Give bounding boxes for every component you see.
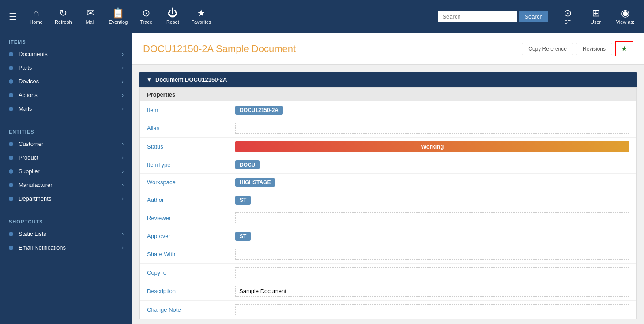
- property-row-item: Item DOCU12150-2A: [140, 101, 636, 119]
- sidebar-item-label: Product: [19, 154, 122, 161]
- chevron-right-icon: ›: [122, 168, 124, 175]
- revisions-button[interactable]: Revisions: [576, 43, 612, 55]
- property-row-reviewer: Reviewer: [140, 209, 636, 227]
- nav-item-favorites[interactable]: ★ Favorites: [186, 6, 216, 27]
- sidebar-item-devices[interactable]: Devices ›: [0, 74, 132, 88]
- nav-item-mail[interactable]: ✉ Mail: [77, 6, 104, 27]
- sidebar-dot: [9, 93, 13, 97]
- copy-reference-button[interactable]: Copy Reference: [522, 43, 573, 55]
- sidebar-item-customer[interactable]: Customer ›: [0, 137, 132, 151]
- sidebar-dot: [9, 183, 13, 187]
- nav-item-reset[interactable]: ⏻ Reset: [159, 6, 186, 27]
- property-label: Workspace: [147, 179, 235, 186]
- property-value: HIGHSTAGE: [235, 178, 629, 187]
- sidebar-item-product[interactable]: Product ›: [0, 151, 132, 164]
- sidebar-dot: [9, 169, 13, 174]
- nav-item-home[interactable]: ⌂ Home: [23, 6, 49, 27]
- chevron-right-icon: ›: [122, 231, 124, 237]
- nav-user[interactable]: ⊞ User: [583, 6, 609, 27]
- user-circle-icon: ⊙: [564, 8, 572, 18]
- document-header: DOCU12150-2A Sample Document Copy Refere…: [132, 33, 644, 65]
- section-header: ▼ Document DOCU12150-2A: [139, 72, 637, 87]
- search-input[interactable]: [438, 11, 517, 22]
- section-title: Document DOCU12150-2A: [155, 76, 227, 83]
- sidebar-item-label: Mails: [19, 105, 122, 112]
- prop-input-change-note[interactable]: [235, 304, 629, 315]
- chevron-right-icon: ›: [122, 182, 124, 188]
- hamburger-menu[interactable]: ☰: [4, 7, 21, 26]
- chevron-right-icon: ›: [122, 106, 124, 112]
- sidebar-item-email-notifications[interactable]: Email Notifications ›: [0, 241, 132, 254]
- sidebar-divider: [0, 119, 132, 119]
- chevron-right-icon: ›: [122, 51, 124, 57]
- sidebar-item-mails[interactable]: Mails ›: [0, 102, 132, 115]
- property-label: ItemType: [147, 161, 235, 168]
- sidebar-dot: [9, 197, 13, 201]
- property-label: Author: [147, 197, 235, 203]
- property-value: Sample Document: [235, 286, 629, 297]
- property-value: Working: [235, 141, 629, 152]
- sidebar-divider: [0, 209, 132, 209]
- sidebar-item-manufacturer[interactable]: Manufacturer ›: [0, 178, 132, 192]
- status-bar: Working: [235, 141, 629, 152]
- sidebar-section-title-0: ITEMS: [0, 33, 132, 47]
- sidebar-item-label: Parts: [19, 64, 122, 71]
- favorites-icon: ★: [197, 8, 206, 18]
- sidebar-section-title-1: ENTITIES: [0, 123, 132, 137]
- property-label: Approver: [147, 233, 235, 239]
- favorite-star-button[interactable]: ★: [615, 41, 633, 56]
- nav-item-trace[interactable]: ⊙ Trace: [133, 6, 159, 27]
- sidebar-item-label: Documents: [19, 51, 122, 57]
- property-label: Reviewer: [147, 215, 235, 221]
- property-row-alias: Alias: [140, 119, 636, 138]
- sidebar: ITEMS Documents › Parts › Devices › Acti…: [0, 33, 132, 324]
- sidebar-dot: [9, 246, 13, 250]
- sidebar-dot: [9, 156, 13, 160]
- property-value: ST: [235, 196, 629, 205]
- property-label: CopyTo: [147, 269, 235, 276]
- mail-icon: ✉: [87, 8, 94, 18]
- sidebar-item-static-lists[interactable]: Static Lists ›: [0, 227, 132, 241]
- property-value: [235, 304, 629, 315]
- prop-text: Sample Document: [235, 286, 629, 297]
- nav-right: ⊙ ST ⊞ User ◉ View as:: [554, 6, 640, 27]
- property-row-share-with: Share With: [140, 245, 636, 264]
- sidebar-item-label: Supplier: [19, 168, 122, 175]
- nav-viewas[interactable]: ◉ View as:: [611, 6, 640, 27]
- prop-tag: ST: [235, 196, 251, 205]
- prop-tag: HIGHSTAGE: [235, 178, 275, 187]
- sidebar-item-label: Customer: [19, 141, 122, 147]
- mask-icon: ◉: [621, 8, 629, 18]
- section-toggle-icon[interactable]: ▼: [147, 77, 152, 83]
- search-area: Search: [438, 11, 548, 22]
- property-value: [235, 249, 629, 260]
- sidebar-item-supplier[interactable]: Supplier ›: [0, 164, 132, 178]
- sidebar-section-title-2: SHORTCUTS: [0, 213, 132, 227]
- property-row-status: Status Working: [140, 138, 636, 156]
- search-button[interactable]: Search: [519, 11, 548, 22]
- nav-item-refresh[interactable]: ↻ Refresh: [49, 6, 77, 27]
- prop-input-alias[interactable]: [235, 123, 629, 134]
- properties-header: Properties: [140, 88, 636, 101]
- document-title: DOCU12150-2A Sample Document: [143, 43, 296, 55]
- sidebar-dot: [9, 107, 13, 111]
- property-row-change-note: Change Note: [140, 301, 636, 319]
- property-value: [235, 123, 629, 134]
- sidebar-item-parts[interactable]: Parts ›: [0, 61, 132, 74]
- sidebar-item-departments[interactable]: Departments ›: [0, 192, 132, 205]
- sidebar-item-label: Static Lists: [19, 231, 122, 237]
- property-row-itemtype: ItemType DOCU: [140, 156, 636, 174]
- prop-input-reviewer[interactable]: [235, 212, 629, 223]
- sidebar-item-documents[interactable]: Documents ›: [0, 47, 132, 61]
- nav-item-eventlog[interactable]: 📋 Eventlog: [104, 6, 133, 27]
- property-label: Change Note: [147, 306, 235, 313]
- sidebar-item-label: Manufacturer: [19, 182, 122, 188]
- sidebar-item-actions[interactable]: Actions ›: [0, 88, 132, 102]
- prop-input-copyto[interactable]: [235, 267, 629, 278]
- nav-st[interactable]: ⊙ ST: [554, 6, 581, 27]
- document-body: ▼ Document DOCU12150-2A Properties Item …: [132, 65, 644, 324]
- content-area: DOCU12150-2A Sample Document Copy Refere…: [132, 33, 644, 324]
- prop-input-share-with[interactable]: [235, 249, 629, 260]
- top-navigation: ☰ ⌂ Home ↻ Refresh ✉ Mail 📋 Eventlog ⊙ T…: [0, 0, 644, 33]
- property-label: Item: [147, 107, 235, 113]
